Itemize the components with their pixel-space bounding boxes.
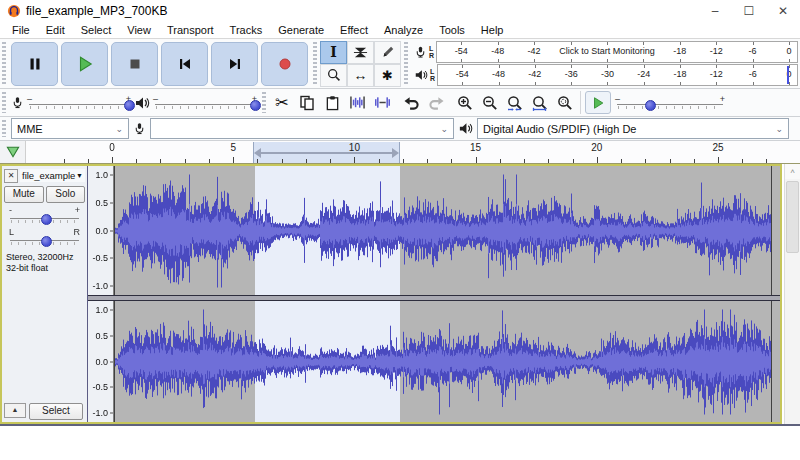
playback-device-select[interactable]: Digital Audio (S/PDIF) (High De ⌄ xyxy=(477,118,789,139)
playback-volume-thumb[interactable] xyxy=(250,100,261,111)
menu-item-effect[interactable]: Effect xyxy=(332,24,376,36)
time-ruler[interactable]: 0510152025 xyxy=(26,141,800,163)
undo-button[interactable] xyxy=(399,91,423,115)
skip-start-icon xyxy=(177,56,193,72)
empty-area-below-tracks[interactable] xyxy=(0,424,800,426)
recording-device-select[interactable]: ⌄ xyxy=(150,118,454,139)
undo-icon xyxy=(403,95,420,110)
stop-button[interactable] xyxy=(111,42,158,86)
zoom-toggle-button[interactable] xyxy=(553,91,577,115)
envelope-tool-button[interactable] xyxy=(347,41,374,64)
menu-item-tracks[interactable]: Tracks xyxy=(222,24,271,36)
waveform-right-channel[interactable] xyxy=(114,301,780,422)
time-shift-tool-button[interactable]: ↔ xyxy=(347,64,374,87)
vruler-label: -1.0 xyxy=(92,281,108,291)
meter-scale-label: -12 xyxy=(710,46,723,56)
zoom-selection-icon xyxy=(507,95,523,111)
paste-button[interactable] xyxy=(320,91,344,115)
gain-slider[interactable]: - + xyxy=(9,205,80,225)
menu-item-generate[interactable]: Generate xyxy=(270,24,332,36)
play-button[interactable] xyxy=(61,42,108,86)
meter-scale-label: -18 xyxy=(674,69,687,79)
menu-item-help[interactable]: Help xyxy=(473,24,512,36)
play-at-speed-button[interactable] xyxy=(585,91,611,114)
track-format-line1: Stereo, 32000Hz xyxy=(6,252,87,263)
record-icon xyxy=(277,56,293,72)
menu-item-transport[interactable]: Transport xyxy=(159,24,222,36)
menu-bar: FileEditSelectViewTransportTracksGenerat… xyxy=(0,21,800,39)
collapse-track-button[interactable]: ▲ xyxy=(4,403,26,418)
recording-meter-bar[interactable]: -54-48-42-18-12-60Click to Start Monitor… xyxy=(436,41,798,63)
playback-volume-slider[interactable]: –+ xyxy=(153,95,257,111)
menu-item-view[interactable]: View xyxy=(119,24,159,36)
meter-scale-label: -42 xyxy=(528,46,541,56)
track-name-menu[interactable]: file_example ▼ xyxy=(20,169,85,182)
selection-tool-button[interactable]: I xyxy=(320,41,347,64)
menu-item-edit[interactable]: Edit xyxy=(38,24,73,36)
menu-item-tools[interactable]: Tools xyxy=(431,24,473,36)
toolbar-grip[interactable] xyxy=(262,92,266,113)
play-speed-thumb[interactable] xyxy=(645,100,656,111)
transport-toolbar xyxy=(8,39,311,88)
playback-meter[interactable]: LR -54-48-42-36-30-24-18-12-60 xyxy=(414,64,798,86)
chevron-down-icon: ⌄ xyxy=(434,124,448,134)
pencil-icon xyxy=(381,45,395,59)
menu-item-file[interactable]: File xyxy=(4,24,38,36)
title-bar: file_example_MP3_700KB – ☐ ✕ xyxy=(0,0,800,21)
toolbar-grip[interactable] xyxy=(404,42,408,85)
window-title: file_example_MP3_700KB xyxy=(26,4,167,18)
skip-end-icon xyxy=(227,56,243,72)
trim-audio-button[interactable] xyxy=(345,91,369,115)
scroll-up-icon[interactable]: ˄ xyxy=(785,164,800,179)
vertical-scrollbar[interactable]: ˄ xyxy=(784,164,800,424)
playback-meter-bar[interactable]: -54-48-42-36-30-24-18-12-60 xyxy=(437,64,798,86)
skip-to-end-button[interactable] xyxy=(211,42,258,86)
recording-volume-thumb[interactable] xyxy=(124,100,135,111)
zoom-tool-button[interactable] xyxy=(320,64,347,87)
redo-button[interactable] xyxy=(424,91,448,115)
cut-button[interactable]: ✂ xyxy=(270,91,294,115)
vruler-label: 0.5 xyxy=(95,331,108,341)
trim-audio-icon xyxy=(349,95,366,110)
ruler-label: 0 xyxy=(109,142,115,153)
audio-host-select[interactable]: MME ⌄ xyxy=(11,118,129,139)
toolbar-grip[interactable] xyxy=(2,120,6,137)
toolbar-grip[interactable] xyxy=(2,92,6,113)
vertical-ruler-right-channel[interactable]: 1.00.50.0-0.5-1.0 xyxy=(88,301,114,422)
waveform-left-channel[interactable] xyxy=(114,166,780,295)
minimize-button[interactable]: – xyxy=(698,0,732,21)
menu-item-analyze[interactable]: Analyze xyxy=(376,24,431,36)
meter-message[interactable]: Click to Start Monitoring xyxy=(556,46,658,56)
zoom-selection-button[interactable] xyxy=(503,91,527,115)
multi-tool-button[interactable]: ✱ xyxy=(374,64,401,87)
zoom-out-button[interactable] xyxy=(478,91,502,115)
record-button[interactable] xyxy=(261,42,308,86)
pause-button[interactable] xyxy=(11,42,58,86)
play-speed-slider[interactable]: –+ xyxy=(615,95,725,111)
vertical-ruler-left-channel[interactable]: 1.00.50.0-0.5-1.0 xyxy=(88,166,114,295)
skip-to-start-button[interactable] xyxy=(161,42,208,86)
menu-item-select[interactable]: Select xyxy=(73,24,120,36)
silence-audio-button[interactable] xyxy=(370,91,394,115)
zoom-in-button[interactable] xyxy=(453,91,477,115)
copy-button[interactable] xyxy=(295,91,319,115)
track-close-button[interactable]: ✕ xyxy=(4,169,18,183)
close-button[interactable]: ✕ xyxy=(766,0,800,21)
track-area: ✕ file_example ▼ Mute Solo - + xyxy=(0,164,800,426)
recording-volume-slider[interactable]: –+ xyxy=(27,95,131,111)
gain-thumb[interactable] xyxy=(41,214,52,225)
recording-meter[interactable]: LR -54-48-42-18-12-60Click to Start Moni… xyxy=(414,41,798,63)
toolbar-grip[interactable] xyxy=(313,42,317,85)
pan-thumb[interactable] xyxy=(41,236,52,247)
redo-icon xyxy=(428,95,445,110)
solo-button[interactable]: Solo xyxy=(46,186,86,203)
draw-tool-button[interactable] xyxy=(374,41,401,64)
scrollbar-thumb[interactable] xyxy=(786,181,799,253)
toolbar-grip[interactable] xyxy=(2,42,6,85)
track-select-button[interactable]: Select xyxy=(29,403,83,420)
pan-slider[interactable]: L R xyxy=(9,227,80,247)
mute-button[interactable]: Mute xyxy=(4,186,44,203)
maximize-button[interactable]: ☐ xyxy=(732,0,766,21)
fit-project-button[interactable] xyxy=(528,91,552,115)
timeline-options-button[interactable] xyxy=(0,141,26,163)
